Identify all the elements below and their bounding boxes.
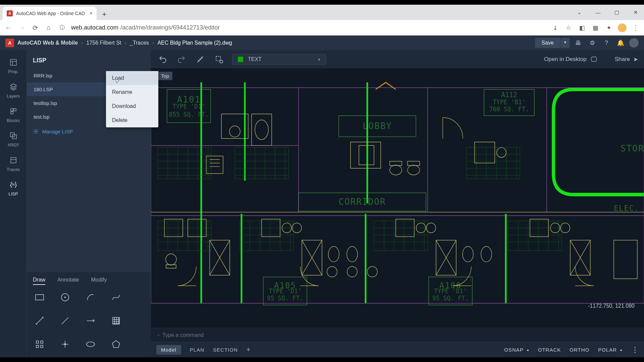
menu-load[interactable]: Load — [106, 71, 158, 85]
select-icon[interactable] — [213, 54, 225, 65]
tool-rectangle[interactable] — [32, 290, 48, 304]
bookmark-icon[interactable]: ☆ — [564, 24, 573, 32]
tool-arc[interactable] — [83, 290, 99, 304]
svg-text:CORRIDOR: CORRIDOR — [338, 196, 386, 207]
menu-download[interactable]: Download — [106, 99, 158, 113]
sheet-tab-section[interactable]: SECTION — [213, 347, 238, 353]
properties-icon — [9, 58, 18, 67]
svg-point-82 — [327, 266, 337, 277]
tool-polygon[interactable] — [108, 337, 124, 351]
print-icon[interactable]: 🖶 — [573, 38, 584, 48]
svg-point-17 — [64, 344, 66, 345]
rail-lisp[interactable]: fx LISP — [0, 176, 26, 200]
rail-traces[interactable]: Traces — [0, 152, 26, 176]
browser-tab[interactable]: A AutoCAD Web App - Online CAD × — [3, 7, 97, 20]
otrack-toggle[interactable]: OTRACK — [538, 347, 561, 353]
tab-title: AutoCAD Web App - Online CAD — [16, 11, 86, 16]
monitor-icon: 🖵 — [591, 56, 597, 63]
tool-ellipse[interactable] — [83, 337, 99, 351]
svg-point-83 — [347, 266, 357, 277]
polar-toggle[interactable]: POLAR▴ — [598, 347, 623, 353]
command-line[interactable]: › Type a command — [151, 328, 644, 342]
context-menu: Load Rename Download Delete — [106, 71, 158, 127]
breadcrumb[interactable]: 1756 Filbert St — [86, 40, 121, 46]
more-icon[interactable]: ⋮ — [631, 346, 639, 354]
svg-text:ELEC. CLOSET: ELEC. CLOSET — [614, 204, 644, 213]
chevron-down-icon[interactable]: ⌄ — [574, 9, 584, 15]
svg-text:STORAGE: STORAGE — [621, 143, 644, 154]
gear-icon[interactable]: ⚙ — [587, 38, 598, 48]
tool-polyline[interactable] — [83, 314, 99, 328]
tool-circle[interactable] — [57, 290, 73, 304]
reload-icon[interactable]: ⟳ — [31, 24, 40, 32]
bell-icon[interactable]: 🔔 — [615, 38, 626, 48]
close-tab-icon[interactable]: × — [90, 10, 93, 16]
redo-icon[interactable] — [176, 54, 187, 65]
undo-icon[interactable] — [157, 54, 168, 65]
minimize-icon[interactable]: — — [593, 10, 603, 15]
rail-xref[interactable]: XREF — [0, 127, 26, 152]
favicon: A — [7, 10, 13, 16]
save-button[interactable]: Save — [535, 38, 561, 48]
new-tab-button[interactable]: + — [99, 9, 110, 20]
osnap-toggle[interactable]: OSNAP▴ — [504, 347, 529, 353]
tab-draw[interactable]: Draw — [33, 277, 45, 285]
back-icon[interactable]: ← — [4, 24, 13, 32]
drawing-canvas[interactable]: Top -1172.750, 121.080 CORRIDOR LOBBY A1… — [151, 68, 644, 328]
svg-point-67 — [408, 165, 420, 175]
tool-point[interactable] — [57, 337, 73, 351]
save-dropdown[interactable]: ▾ — [561, 38, 570, 48]
tool-hatch[interactable] — [108, 314, 124, 328]
add-sheet-button[interactable]: + — [247, 346, 251, 354]
help-icon[interactable]: ? — [601, 38, 612, 48]
tool-xline[interactable] — [32, 314, 48, 328]
user-avatar[interactable] — [629, 38, 639, 48]
tool-line[interactable] — [57, 314, 73, 328]
window-close-icon[interactable]: ✕ — [631, 9, 641, 15]
url-field[interactable]: web.autocad.com/acad/me/drawings/6944127… — [71, 24, 546, 31]
maximize-icon[interactable]: ▢ — [612, 9, 622, 15]
svg-rect-63 — [351, 142, 381, 168]
svg-rect-6 — [11, 158, 16, 163]
reading-list-icon[interactable]: ▦ — [591, 24, 600, 32]
rail-properties[interactable]: Prop. — [0, 54, 26, 78]
site-info-icon[interactable]: ⓘ — [58, 24, 66, 31]
share-link[interactable]: Share ➤ — [615, 56, 638, 63]
svg-rect-9 — [36, 295, 44, 300]
install-app-icon[interactable]: ⤓ — [551, 24, 559, 32]
open-in-desktop-link[interactable]: Open in Desktop 🖵 — [544, 56, 597, 63]
svg-rect-57 — [508, 221, 562, 251]
tool-array[interactable] — [32, 337, 48, 351]
gear-icon — [33, 128, 39, 134]
side-panel-icon[interactable]: ◧ — [578, 24, 586, 32]
ortho-toggle[interactable]: ORTHO — [570, 347, 589, 353]
svg-text:95 SQ. FT.: 95 SQ. FT. — [267, 295, 303, 302]
home-icon[interactable]: ⌂ — [44, 24, 53, 32]
rail-layers[interactable]: Layers — [0, 78, 26, 103]
app-logo[interactable]: A — [5, 39, 14, 47]
sheet-tab-plan[interactable]: PLAN — [190, 347, 204, 353]
forward-icon[interactable]: → — [17, 24, 26, 32]
chevron-up-icon: ▴ — [527, 348, 529, 352]
nav-rail: Prop. Layers Blocks XREF Traces — [0, 50, 27, 357]
tab-annotate[interactable]: Annotate — [57, 277, 79, 285]
rail-blocks[interactable]: Blocks — [0, 103, 26, 127]
menu-delete[interactable]: Delete — [106, 113, 158, 127]
sheet-tab-model[interactable]: Model — [156, 345, 181, 355]
tool-spline[interactable] — [108, 290, 124, 304]
profile-avatar[interactable] — [618, 23, 627, 32]
chevron-up-icon: ▴ — [620, 348, 623, 352]
breadcrumb-root[interactable]: AutoCAD Web & Mobile — [17, 40, 78, 46]
svg-text:fx: fx — [12, 183, 15, 186]
view-orientation[interactable]: Top — [158, 72, 172, 80]
svg-point-20 — [220, 60, 223, 63]
svg-point-81 — [347, 246, 358, 262]
measure-icon[interactable] — [195, 54, 206, 65]
menu-icon[interactable]: ⋮ — [631, 24, 640, 32]
breadcrumb[interactable]: _Traces — [130, 40, 149, 46]
tab-modify[interactable]: Modify — [91, 277, 107, 285]
menu-rename[interactable]: Rename — [106, 85, 158, 99]
extensions-icon[interactable]: ✦ — [604, 24, 613, 32]
svg-point-61 — [255, 120, 268, 140]
layer-selector[interactable]: TEXT ▾ — [232, 54, 326, 65]
